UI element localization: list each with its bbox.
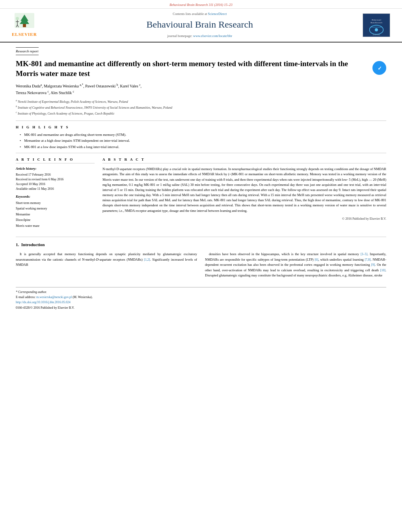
ref-7-8[interactable]: [7,8]	[365, 258, 370, 261]
ref-3-5[interactable]: [3–5]	[361, 252, 367, 256]
doi-link[interactable]: http://dx.doi.org/10.1016/j.bbr.2016.05.…	[16, 300, 71, 304]
corresponding-author-note: * Corresponding author.	[16, 290, 386, 294]
intro-para-1: It is generally accepted that memory fun…	[16, 252, 197, 267]
intro-columns: It is generally accepted that memory fun…	[16, 252, 386, 281]
highlight-item-1: MK-801 and memantine are drugs affecting…	[20, 132, 386, 137]
accepted-date: Accepted 10 May 2016	[16, 182, 95, 187]
svg-text:✓: ✓	[377, 65, 382, 71]
elsevier-text: ELSEVIER	[12, 32, 37, 37]
copyright-line: © 2016 Published by Elsevier B.V.	[102, 217, 386, 221]
highlight-item-2: Memantine at a high dose impairs STM ind…	[20, 138, 386, 143]
keyword-3: Memantine	[16, 212, 95, 217]
keyword-2: Spatial working memory	[16, 206, 95, 211]
received-date: Received 17 February 2016	[16, 172, 95, 177]
ref-10[interactable]: [10]	[380, 269, 385, 272]
elsevier-logo: ELSEVIER	[12, 13, 37, 37]
crossmark-badge[interactable]: ✓	[372, 61, 386, 75]
journal-reference: Behavioural Brain Research 311 (2016) 15…	[169, 3, 232, 7]
intro-col-right: densities have been observed in the hipp…	[205, 252, 386, 281]
introduction-section: 1. Introduction It is generally accepted…	[16, 237, 386, 281]
journal-homepage: journal homepage: www.elsevier.com/locat…	[45, 34, 355, 39]
article-title: MK-801 and memantine act differently on …	[16, 59, 372, 78]
affiliations: a Nencki Institute of Experimental Biolo…	[16, 98, 386, 116]
journal-main-title: Behavioural Brain Research	[45, 18, 355, 32]
available-online-date: Available online 11 May 2016	[16, 187, 95, 191]
email-note: E-mail address: m.wesierska@nencki.gov.p…	[16, 295, 386, 299]
abstract-column: A B S T R A C T N-methyl-D-aspartate rec…	[102, 157, 386, 229]
article-info-column: A R T I C L E I N F O Article history: R…	[16, 157, 95, 229]
abstract-label: A B S T R A C T	[102, 157, 386, 164]
affiliation-c: c Institute of Physiology, Czech Academy…	[16, 110, 386, 116]
crossmark-icon: ✓	[374, 63, 385, 74]
affiliation-a: a Nencki Institute of Experimental Biolo…	[16, 98, 386, 104]
keyword-1: Short-term memory	[16, 200, 95, 206]
cover-svg: Behavioural Brain Research ELSEVIER	[363, 13, 390, 37]
top-bar: Behavioural Brain Research 311 (2016) 15…	[0, 0, 402, 9]
authors-line: Weronika Dudaa, Malgorzata Wesierska a,*…	[16, 83, 386, 96]
sciencedirect-link[interactable]: ScienceDirect	[208, 12, 227, 16]
abstract-text: N-methyl-D-aspartate receptors (NMDARs) …	[102, 167, 386, 213]
highlight-item-3: MK-801 at a low dose impairs STM with a …	[20, 145, 386, 150]
ref-6[interactable]: [6]	[315, 258, 318, 261]
journal-header: ELSEVIER Contents lists available at Sci…	[0, 9, 402, 42]
main-content: Research report MK-801 and memantine act…	[0, 43, 402, 319]
report-label: Research report	[16, 47, 39, 56]
svg-text:Brain Research: Brain Research	[370, 22, 382, 24]
svg-text:Behavioural: Behavioural	[372, 19, 381, 21]
highlights-list: MK-801 and memantine are drugs affecting…	[16, 132, 386, 150]
issn-line: 0166-4328/© 2016 Published by Elsevier B…	[16, 306, 386, 310]
highlights-label: H I G H L I G H T S	[16, 125, 386, 130]
doi-line: http://dx.doi.org/10.1016/j.bbr.2016.05.…	[16, 300, 386, 304]
keyword-4: Dizocilpine	[16, 217, 95, 223]
intro-col-left: It is generally accepted that memory fun…	[16, 252, 197, 281]
page: Behavioural Brain Research 311 (2016) 15…	[0, 0, 402, 532]
keywords-title: Keywords:	[16, 195, 95, 199]
contents-line: Contents lists available at ScienceDirec…	[45, 12, 355, 17]
keywords-list: Short-term memory Spatial working memory…	[16, 200, 95, 229]
journal-cover-image: Behavioural Brain Research ELSEVIER	[363, 13, 390, 37]
intro-para-2: densities have been observed in the hipp…	[205, 252, 386, 278]
svg-rect-3	[23, 24, 26, 27]
svg-point-13	[375, 28, 378, 32]
email-link[interactable]: m.wesierska@nencki.gov.pl	[36, 295, 72, 299]
elsevier-tree-icon	[13, 13, 36, 31]
history-title: Article history:	[16, 167, 95, 171]
svg-text:ELSEVIER: ELSEVIER	[373, 34, 380, 36]
svg-point-4	[16, 17, 19, 20]
divider-1	[16, 120, 386, 121]
article-title-area: MK-801 and memantine act differently on …	[16, 59, 386, 78]
ref-1-2[interactable]: [1,2]	[144, 258, 150, 261]
journal-title-area: Contents lists available at ScienceDirec…	[37, 12, 363, 38]
keyword-5: Morris water maze	[16, 223, 95, 229]
article-body-columns: A R T I C L E I N F O Article history: R…	[16, 157, 386, 229]
divider-2	[16, 153, 386, 153]
affiliation-b: b Institute of Cognitive and Behavioral …	[16, 104, 386, 110]
footnote-area: * Corresponding author. E-mail address: …	[16, 287, 386, 310]
revised-date: Received in revised form 6 May 2016	[16, 177, 95, 182]
intro-title: 1. Introduction	[16, 242, 386, 248]
article-info-label: A R T I C L E I N F O	[16, 157, 95, 164]
journal-homepage-link[interactable]: www.elsevier.com/locate/bbr	[193, 34, 232, 38]
ref-9[interactable]: [9]	[371, 263, 375, 267]
